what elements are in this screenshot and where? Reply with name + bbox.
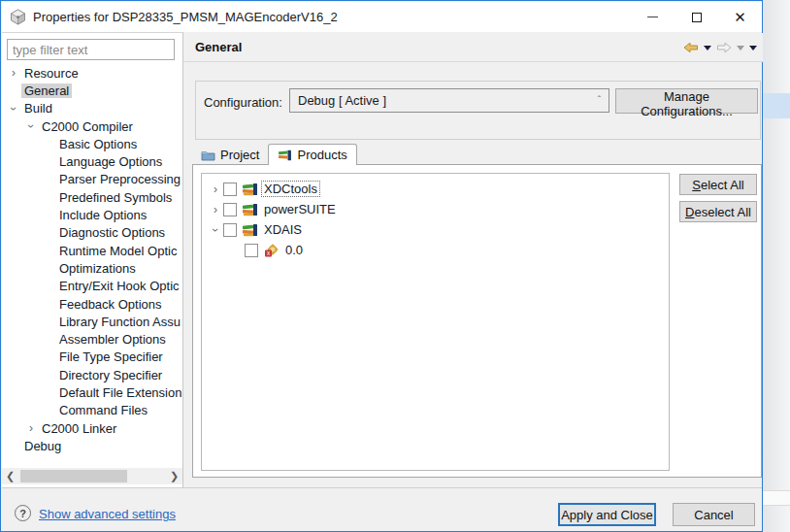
chevron-right-icon[interactable]: › [208,204,223,216]
folder-icon [201,150,215,161]
page-header: General [183,33,763,62]
help-icon[interactable]: ? [15,505,31,521]
forward-arrow-icon[interactable] [716,42,732,53]
sidebar-item-language-options[interactable]: Language Options [2,152,182,170]
tab-label: Project [220,148,259,162]
sidebar-item-optimizations[interactable]: Optimizations [2,259,182,277]
properties-nav-tree: ›ResourceGeneral›Build›C2000 CompilerBas… [2,64,182,468]
sidebar-item-command-files[interactable]: Command Files [2,402,182,419]
sidebar-item-label: Directory Specifier [56,368,165,382]
select-all-button[interactable]: Select All [679,174,757,195]
configuration-select[interactable]: Debug [ Active ] ˆ [289,88,609,113]
manage-configurations-button[interactable]: Manage Configurations... [615,88,758,114]
products-tab-panel: ›XDCtools›powerSUITE›XDAISx0.0 Select Al… [192,164,762,478]
sidebar-item-basic-options[interactable]: Basic Options [2,135,182,152]
sidebar-item-label: Default File Extension [56,385,182,400]
sidebar-item-include-options[interactable]: Include Options [2,206,182,223]
background-window-strip [763,0,790,532]
sidebar-item-resource[interactable]: ›Resource [2,64,182,82]
deselect-all-button[interactable]: Deselect All [679,201,757,222]
back-arrow-icon[interactable] [683,42,699,53]
chevron-right-icon[interactable]: › [6,67,21,79]
minimize-icon [647,17,658,17]
sidebar-item-general[interactable]: General [2,82,182,99]
product-item-xdais[interactable]: ›XDAIS [202,219,669,240]
checkbox-powersuite[interactable] [223,203,237,216]
sidebar-item-runtime-model-optic[interactable]: Runtime Model Optic [2,242,182,259]
product-item-label: XDAIS [262,222,304,237]
panel-divider [182,32,183,487]
product-item-0-0[interactable]: x0.0 [202,240,669,260]
sidebar-item-c2000-linker[interactable]: ›C2000 Linker [2,419,182,437]
scroll-right-icon[interactable]: ❯ [166,470,182,482]
title-bar[interactable]: Properties for DSP28335_PMSM_MAGEncoderV… [2,2,762,32]
show-advanced-settings-link[interactable]: Show advanced settings [39,507,176,521]
sidebar-item-label: Debug [21,439,64,453]
configuration-value: Debug [ Active ] [298,93,386,108]
sidebar-item-label: Basic Options [56,137,140,151]
checkbox-xdctools[interactable] [223,183,237,196]
checkbox-xdais[interactable] [223,223,237,237]
tab-products[interactable]: Products [268,144,356,165]
sidebar-item-c2000-compiler[interactable]: ›C2000 Compiler [2,117,182,135]
sidebar-item-label: File Type Specifier [56,349,166,364]
sidebar-item-label: Assembler Options [56,332,169,347]
forward-history-dropdown-icon[interactable] [737,46,744,50]
sidebar-item-label: Entry/Exit Hook Optic [56,279,182,293]
minimize-button[interactable] [631,2,675,32]
tab-project[interactable]: Project [192,145,268,165]
package-stack-icon [242,223,262,237]
cancel-button[interactable]: Cancel [673,503,755,526]
sidebar-item-label: Library Function Assu [56,315,182,329]
sidebar-item-directory-specifier[interactable]: Directory Specifier [2,366,182,383]
sidebar-item-parser-preprocessing[interactable]: Parser Preprocessing [2,171,182,188]
view-menu-icon[interactable] [749,46,757,50]
product-item-powersuite[interactable]: ›powerSUITE [202,199,669,219]
chevron-down-icon: ˆ [598,95,601,106]
sidebar-item-feedback-options[interactable]: Feedback Options [2,295,182,313]
sidebar-item-diagnostic-options[interactable]: Diagnostic Options [2,224,182,242]
sidebar-item-default-file-extension[interactable]: Default File Extension [2,383,182,401]
sidebar-item-label: Language Options [56,154,165,169]
configuration-group: Configuration: Debug [ Active ] ˆ Manage… [195,81,761,140]
sidebar-item-label: Command Files [56,403,150,417]
chevron-down-icon[interactable]: › [208,224,223,236]
sidebar-item-label: Predefined Symbols [56,190,175,205]
chevron-down-icon[interactable]: › [23,120,39,132]
chevron-right-icon[interactable]: › [208,183,223,195]
sidebar-item-entry-exit-hook-optic[interactable]: Entry/Exit Hook Optic [2,278,182,295]
chevron-right-icon[interactable]: › [23,422,39,434]
tab-bar: ProjectProducts [192,144,357,165]
sidebar-item-label: Build [21,101,55,116]
product-item-label: powerSUITE [262,202,338,216]
close-button[interactable]: ✕ [718,2,762,32]
product-item-label: XDCtools [262,182,319,196]
scroll-left-icon[interactable]: ❮ [2,470,18,482]
sidebar-item-label: Feedback Options [56,297,165,312]
properties-dialog: Properties for DSP28335_PMSM_MAGEncoderV… [0,0,763,532]
sidebar-item-debug[interactable]: Debug [2,437,182,454]
sidebar-item-label: Parser Preprocessing [56,172,182,186]
checkbox-0-0[interactable] [245,244,258,257]
sidebar-item-build[interactable]: ›Build [2,100,182,117]
sidebar-item-label: C2000 Linker [39,421,119,436]
chevron-down-icon[interactable]: › [6,103,21,115]
background-light-band [763,490,790,506]
scrollbar-thumb[interactable] [20,470,127,482]
apply-and-close-button[interactable]: Apply and Close [558,503,656,526]
package-error-icon: x [263,244,283,257]
sidebar-item-assembler-options[interactable]: Assembler Options [2,330,182,348]
scrollbar-track[interactable] [18,468,166,484]
sidebar-horizontal-scrollbar[interactable]: ❮ ❯ [2,468,182,484]
product-item-xdctools[interactable]: ›XDCtools [202,179,669,199]
back-history-dropdown-icon[interactable] [704,46,711,50]
screen: Properties for DSP28335_PMSM_MAGEncoderV… [0,0,790,532]
footer-bar: ? Show advanced settings Apply and Close… [2,487,762,531]
sidebar-item-predefined-symbols[interactable]: Predefined Symbols [2,188,182,206]
sidebar-item-file-type-specifier[interactable]: File Type Specifier [2,349,182,366]
sidebar-item-label: Include Options [56,208,149,222]
sidebar-item-library-function-assu[interactable]: Library Function Assu [2,313,182,330]
filter-input[interactable] [7,39,175,60]
package-stack-icon [242,203,262,216]
maximize-button[interactable] [675,2,718,32]
